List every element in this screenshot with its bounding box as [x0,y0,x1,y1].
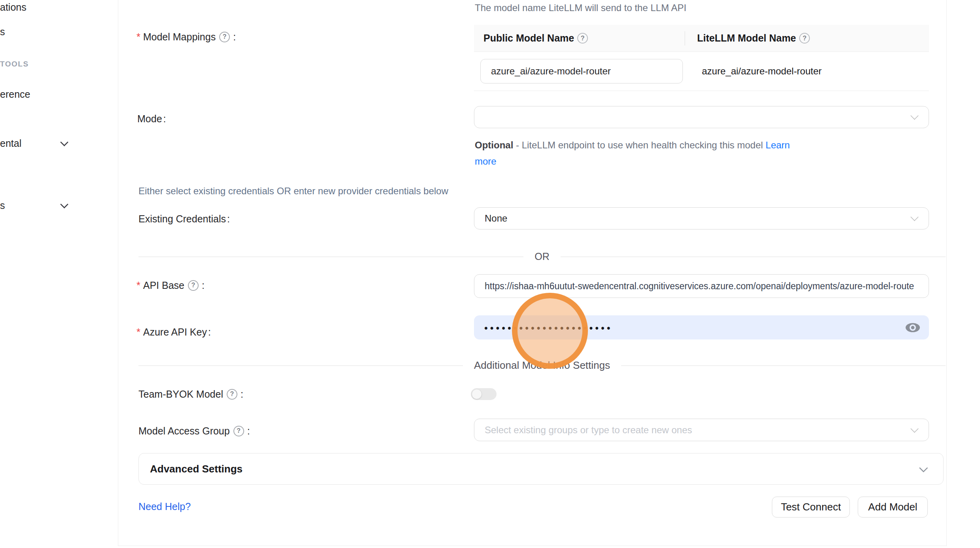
model-mappings-table-row: azure_ai/azure-model-router azure_ai/azu… [474,52,929,91]
column-divider [684,31,685,46]
api-base-input[interactable]: https://ishaa-mh6uutut-swedencentral.cog… [474,274,929,298]
add-model-button[interactable]: Add Model [858,497,928,518]
sidebar-item-settings[interactable]: s [0,200,5,211]
model-access-group-select[interactable]: Select existing groups or type to create… [474,419,929,441]
chevron-down-icon [910,213,919,221]
existing-credentials-select[interactable]: None [474,207,929,229]
required-asterisk: * [136,31,140,43]
required-asterisk: * [136,326,140,338]
model-mappings-label: * Model Mappings ? : [136,30,236,44]
public-model-name-input[interactable]: azure_ai/azure-model-router [480,59,683,83]
help-icon[interactable]: ? [188,280,199,291]
model-access-group-label: Model Access Group ? : [138,424,250,438]
mode-select[interactable] [474,106,929,128]
azure-api-key-input[interactable]: •••••••••••••••••••••• [474,315,929,339]
add-model-page: ations s TOOLS erence ental s The model … [0,0,980,548]
help-icon[interactable]: ? [799,33,810,44]
public-model-name-header: Public Model Name ? [474,32,684,44]
team-byok-toggle[interactable] [471,388,497,400]
required-asterisk: * [136,280,140,291]
advanced-settings-label: Advanced Settings [150,463,243,475]
chevron-down-icon [910,424,919,432]
divider-line [138,365,463,366]
azure-api-key-label: * Azure API Key : [136,325,211,339]
select-placeholder: Select existing groups or type to create… [485,425,692,436]
credentials-note: Either select existing credentials OR en… [138,186,448,197]
team-byok-label: Team-BYOK Model ? : [138,387,243,401]
eye-icon[interactable] [905,322,920,333]
masked-password-dots: •••••••••••••••••••••• [484,323,613,333]
api-base-label: * API Base ? : [136,278,205,292]
divider-line [621,365,946,366]
help-icon[interactable]: ? [233,426,244,436]
model-mappings-table: Public Model Name ? LiteLLM Model Name ?… [474,25,929,91]
need-help-link[interactable]: Need Help? [138,501,191,512]
litellm-model-name-value: azure_ai/azure-model-router [683,66,822,77]
sidebar-section-tools: TOOLS [0,60,29,68]
advanced-settings-panel[interactable]: Advanced Settings [138,453,944,485]
test-connect-button[interactable]: Test Connect [772,497,850,518]
chevron-down-icon [910,112,919,120]
help-icon[interactable]: ? [227,389,237,400]
or-divider: OR [138,251,946,262]
help-icon[interactable]: ? [219,32,230,42]
sidebar-item-experimental[interactable]: ental [0,138,21,149]
chevron-down-icon[interactable] [60,138,68,146]
existing-credentials-label: Existing Credentials: [138,212,230,226]
divider-line [561,256,946,257]
chevron-down-icon [919,464,928,473]
chevron-down-icon[interactable] [60,200,68,209]
additional-settings-divider: Additional Model Info Settings [138,359,946,372]
sidebar-item-reference[interactable]: erence [0,89,30,100]
model-name-helper-text: The model name LiteLLM will send to the … [475,2,686,13]
litellm-model-name-header: LiteLLM Model Name ? [684,32,812,44]
model-mappings-table-header: Public Model Name ? LiteLLM Model Name ? [474,25,929,52]
mode-label: Mode: [137,112,166,126]
sidebar-item[interactable]: s [0,26,5,38]
divider-line [138,256,523,257]
toggle-knob [472,389,482,399]
mode-helper-text: Optional - LiteLLM endpoint to use when … [475,137,799,169]
help-icon[interactable]: ? [577,33,588,44]
sidebar-item-organizations[interactable]: ations [0,2,27,13]
